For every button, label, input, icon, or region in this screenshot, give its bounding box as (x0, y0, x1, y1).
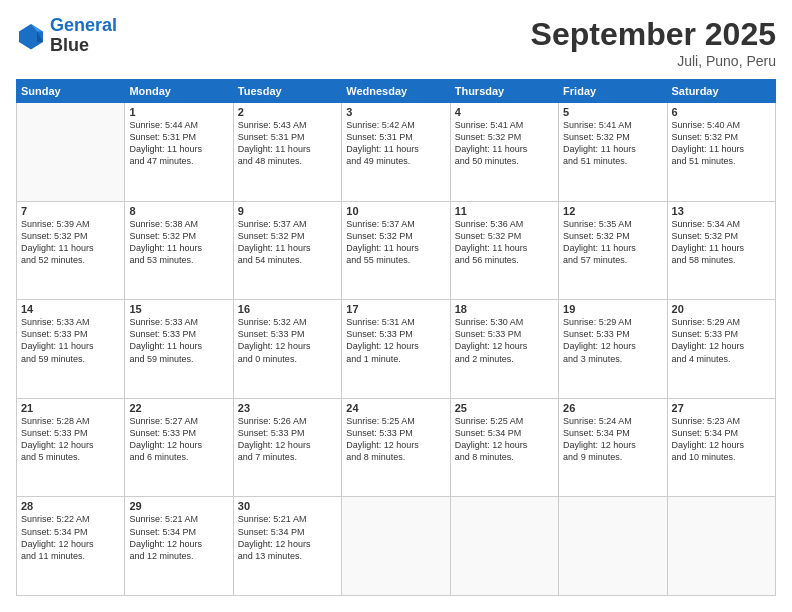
day-number: 1 (129, 106, 228, 118)
day-info: Sunrise: 5:21 AMSunset: 5:34 PMDaylight:… (238, 513, 337, 562)
calendar-week-row: 14Sunrise: 5:33 AMSunset: 5:33 PMDayligh… (17, 300, 776, 399)
location: Juli, Puno, Peru (531, 53, 776, 69)
day-number: 2 (238, 106, 337, 118)
table-row: 10Sunrise: 5:37 AMSunset: 5:32 PMDayligh… (342, 201, 450, 300)
table-row: 1Sunrise: 5:44 AMSunset: 5:31 PMDaylight… (125, 103, 233, 202)
day-info: Sunrise: 5:35 AMSunset: 5:32 PMDaylight:… (563, 218, 662, 267)
table-row: 7Sunrise: 5:39 AMSunset: 5:32 PMDaylight… (17, 201, 125, 300)
day-info: Sunrise: 5:34 AMSunset: 5:32 PMDaylight:… (672, 218, 771, 267)
page: General Blue September 2025 Juli, Puno, … (0, 0, 792, 612)
day-number: 13 (672, 205, 771, 217)
table-row: 4Sunrise: 5:41 AMSunset: 5:32 PMDaylight… (450, 103, 558, 202)
day-info: Sunrise: 5:24 AMSunset: 5:34 PMDaylight:… (563, 415, 662, 464)
header-monday: Monday (125, 80, 233, 103)
title-block: September 2025 Juli, Puno, Peru (531, 16, 776, 69)
day-number: 15 (129, 303, 228, 315)
day-info: Sunrise: 5:41 AMSunset: 5:32 PMDaylight:… (455, 119, 554, 168)
day-number: 27 (672, 402, 771, 414)
day-info: Sunrise: 5:33 AMSunset: 5:33 PMDaylight:… (129, 316, 228, 365)
table-row: 5Sunrise: 5:41 AMSunset: 5:32 PMDaylight… (559, 103, 667, 202)
day-number: 11 (455, 205, 554, 217)
table-row: 3Sunrise: 5:42 AMSunset: 5:31 PMDaylight… (342, 103, 450, 202)
logo-line2: Blue (50, 35, 89, 55)
day-number: 5 (563, 106, 662, 118)
day-info: Sunrise: 5:44 AMSunset: 5:31 PMDaylight:… (129, 119, 228, 168)
logo-text: General Blue (50, 16, 117, 56)
table-row: 30Sunrise: 5:21 AMSunset: 5:34 PMDayligh… (233, 497, 341, 596)
day-number: 30 (238, 500, 337, 512)
day-info: Sunrise: 5:28 AMSunset: 5:33 PMDaylight:… (21, 415, 120, 464)
day-number: 4 (455, 106, 554, 118)
table-row: 6Sunrise: 5:40 AMSunset: 5:32 PMDaylight… (667, 103, 775, 202)
day-number: 23 (238, 402, 337, 414)
day-number: 24 (346, 402, 445, 414)
day-info: Sunrise: 5:37 AMSunset: 5:32 PMDaylight:… (346, 218, 445, 267)
logo: General Blue (16, 16, 117, 56)
day-info: Sunrise: 5:37 AMSunset: 5:32 PMDaylight:… (238, 218, 337, 267)
day-number: 10 (346, 205, 445, 217)
table-row: 27Sunrise: 5:23 AMSunset: 5:34 PMDayligh… (667, 398, 775, 497)
day-number: 20 (672, 303, 771, 315)
table-row (667, 497, 775, 596)
table-row: 14Sunrise: 5:33 AMSunset: 5:33 PMDayligh… (17, 300, 125, 399)
logo-icon (16, 21, 46, 51)
header-wednesday: Wednesday (342, 80, 450, 103)
day-info: Sunrise: 5:39 AMSunset: 5:32 PMDaylight:… (21, 218, 120, 267)
day-info: Sunrise: 5:40 AMSunset: 5:32 PMDaylight:… (672, 119, 771, 168)
day-number: 6 (672, 106, 771, 118)
header-thursday: Thursday (450, 80, 558, 103)
table-row: 17Sunrise: 5:31 AMSunset: 5:33 PMDayligh… (342, 300, 450, 399)
table-row: 2Sunrise: 5:43 AMSunset: 5:31 PMDaylight… (233, 103, 341, 202)
day-info: Sunrise: 5:29 AMSunset: 5:33 PMDaylight:… (563, 316, 662, 365)
day-number: 17 (346, 303, 445, 315)
table-row: 23Sunrise: 5:26 AMSunset: 5:33 PMDayligh… (233, 398, 341, 497)
calendar-week-row: 28Sunrise: 5:22 AMSunset: 5:34 PMDayligh… (17, 497, 776, 596)
day-number: 26 (563, 402, 662, 414)
table-row: 15Sunrise: 5:33 AMSunset: 5:33 PMDayligh… (125, 300, 233, 399)
table-row: 19Sunrise: 5:29 AMSunset: 5:33 PMDayligh… (559, 300, 667, 399)
table-row (450, 497, 558, 596)
table-row: 11Sunrise: 5:36 AMSunset: 5:32 PMDayligh… (450, 201, 558, 300)
day-info: Sunrise: 5:30 AMSunset: 5:33 PMDaylight:… (455, 316, 554, 365)
day-info: Sunrise: 5:33 AMSunset: 5:33 PMDaylight:… (21, 316, 120, 365)
month-title: September 2025 (531, 16, 776, 53)
day-number: 19 (563, 303, 662, 315)
day-info: Sunrise: 5:31 AMSunset: 5:33 PMDaylight:… (346, 316, 445, 365)
table-row: 12Sunrise: 5:35 AMSunset: 5:32 PMDayligh… (559, 201, 667, 300)
day-number: 22 (129, 402, 228, 414)
table-row: 29Sunrise: 5:21 AMSunset: 5:34 PMDayligh… (125, 497, 233, 596)
day-info: Sunrise: 5:26 AMSunset: 5:33 PMDaylight:… (238, 415, 337, 464)
header-tuesday: Tuesday (233, 80, 341, 103)
day-number: 8 (129, 205, 228, 217)
table-row: 18Sunrise: 5:30 AMSunset: 5:33 PMDayligh… (450, 300, 558, 399)
day-info: Sunrise: 5:29 AMSunset: 5:33 PMDaylight:… (672, 316, 771, 365)
day-number: 7 (21, 205, 120, 217)
header-saturday: Saturday (667, 80, 775, 103)
calendar-week-row: 1Sunrise: 5:44 AMSunset: 5:31 PMDaylight… (17, 103, 776, 202)
table-row: 22Sunrise: 5:27 AMSunset: 5:33 PMDayligh… (125, 398, 233, 497)
day-number: 12 (563, 205, 662, 217)
day-info: Sunrise: 5:36 AMSunset: 5:32 PMDaylight:… (455, 218, 554, 267)
day-info: Sunrise: 5:27 AMSunset: 5:33 PMDaylight:… (129, 415, 228, 464)
calendar-body: 1Sunrise: 5:44 AMSunset: 5:31 PMDaylight… (17, 103, 776, 596)
table-row: 13Sunrise: 5:34 AMSunset: 5:32 PMDayligh… (667, 201, 775, 300)
logo-line1: General (50, 15, 117, 35)
day-info: Sunrise: 5:38 AMSunset: 5:32 PMDaylight:… (129, 218, 228, 267)
day-info: Sunrise: 5:43 AMSunset: 5:31 PMDaylight:… (238, 119, 337, 168)
day-number: 21 (21, 402, 120, 414)
day-number: 16 (238, 303, 337, 315)
calendar-header: Sunday Monday Tuesday Wednesday Thursday… (17, 80, 776, 103)
day-number: 29 (129, 500, 228, 512)
table-row: 24Sunrise: 5:25 AMSunset: 5:33 PMDayligh… (342, 398, 450, 497)
calendar-week-row: 7Sunrise: 5:39 AMSunset: 5:32 PMDaylight… (17, 201, 776, 300)
header-friday: Friday (559, 80, 667, 103)
table-row: 16Sunrise: 5:32 AMSunset: 5:33 PMDayligh… (233, 300, 341, 399)
table-row: 20Sunrise: 5:29 AMSunset: 5:33 PMDayligh… (667, 300, 775, 399)
day-info: Sunrise: 5:42 AMSunset: 5:31 PMDaylight:… (346, 119, 445, 168)
table-row (559, 497, 667, 596)
day-number: 9 (238, 205, 337, 217)
day-info: Sunrise: 5:25 AMSunset: 5:33 PMDaylight:… (346, 415, 445, 464)
day-number: 25 (455, 402, 554, 414)
table-row: 26Sunrise: 5:24 AMSunset: 5:34 PMDayligh… (559, 398, 667, 497)
table-row (17, 103, 125, 202)
